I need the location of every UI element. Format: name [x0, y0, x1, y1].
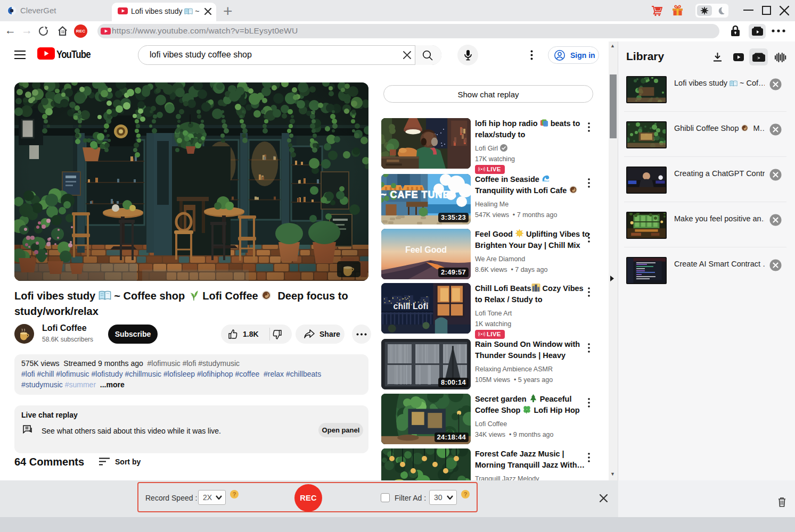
svg-text:~ CAFE TUNES ~: ~ CAFE TUNES ~: [381, 189, 466, 200]
svg-text:Feel Good: Feel Good: [405, 245, 447, 254]
svg-text:chill Lofi: chill Lofi: [394, 302, 429, 311]
